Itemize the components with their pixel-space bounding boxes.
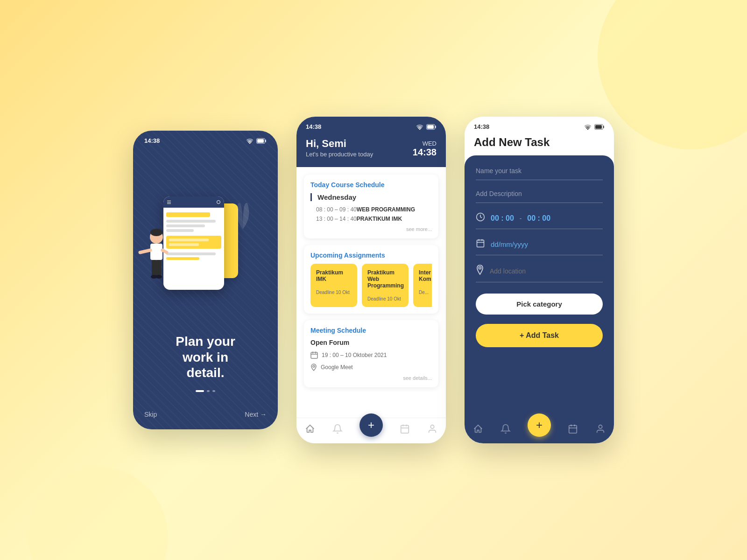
svg-rect-8 [152,260,156,277]
schedule-item-2: 13 : 00 – 14 : 40 PRAKTIKUM IMK [310,214,432,224]
svg-rect-2 [257,139,264,143]
calendar-icon-form [476,238,485,250]
schedule-day: Wednesday [310,193,432,201]
tab-home[interactable] [305,424,315,436]
wifi-icon [246,138,254,144]
wifi-icon-2 [416,124,423,130]
status-time-1: 14:38 [144,137,160,144]
phone-onboarding: 14:38 [133,131,278,429]
tab-profile[interactable] [427,424,437,436]
tab-plus-button[interactable]: + [359,413,383,437]
dashboard-header: Hi, Semi Let's be productive today WED 1… [296,134,446,167]
clock-icon [476,212,485,224]
task-name-field [476,167,603,180]
next-button[interactable]: Next → [245,411,267,418]
svg-rect-27 [595,125,602,129]
person-illustration [138,227,175,292]
date-time: 14:38 [413,147,437,158]
see-more-schedule[interactable]: see more... [310,226,432,232]
svg-rect-14 [427,125,434,129]
mock-search-icon [217,200,220,204]
date-field-row: dd/mm/yyyy [476,238,603,255]
add-task-button[interactable]: + Add Task [476,324,603,347]
phone-add-task: 14:38 Add New Task [465,117,614,443]
svg-point-19 [313,365,315,367]
tab3-plus-button[interactable]: + [528,413,551,437]
leaf-decoration [231,194,254,231]
battery-icon [256,138,267,144]
dot-1 [207,390,210,392]
location-field-row [476,265,603,282]
svg-point-12 [419,129,421,130]
time-field-row: 00 : 00 - 00 : 00 [476,212,603,229]
schedule-time-1: 08 : 00 – 09 : 40 [316,206,357,213]
svg-line-7 [162,250,167,252]
tab-calendar[interactable] [400,424,410,436]
time-content: 00 : 00 - 00 : 00 [491,214,550,223]
location-icon-form [476,265,484,277]
wifi-icon-3 [584,124,592,130]
assignment-3[interactable]: Inter Man Kom De... [413,264,432,307]
meeting-location: Google Meet [321,364,353,371]
svg-rect-34 [569,425,577,433]
calendar-icon [310,351,318,359]
mock-hamburger [167,201,171,204]
assignment-deadline-3: De... [419,290,432,295]
schedule-item-1: 08 : 00 – 09 : 40 WEB PROGRAMMING [310,205,432,214]
svg-rect-29 [477,240,484,247]
location-content [490,267,571,275]
tab3-home[interactable] [473,424,483,436]
status-time-2: 14:38 [306,123,321,130]
add-task-form: 00 : 00 - 00 : 00 dd/mm/yyyy [465,155,614,418]
assignment-1[interactable]: Praktikum IMK Deadline 10 Okt [310,264,357,307]
see-details[interactable]: see details... [310,375,432,381]
date-display: WED 14:38 [413,140,437,158]
pick-category-button[interactable]: Pick category [476,294,603,315]
time-start[interactable]: 00 : 00 [491,214,514,222]
dashboard-content: Today Course Schedule Wednesday 08 : 00 … [296,167,446,418]
course-section-title: Today Course Schedule [310,181,432,189]
tab3-bell[interactable] [500,424,511,436]
assignment-name-1: Praktikum IMK [316,269,352,282]
skip-button[interactable]: Skip [144,411,157,418]
tab3-calendar[interactable] [568,424,578,436]
assignment-deadline-2: Deadline 10 Okt [367,296,403,301]
bg-decoration-top [598,0,747,149]
greeting-area: Hi, Semi Let's be productive today [306,138,373,158]
location-input[interactable] [490,267,571,275]
meeting-time-row: 19 : 00 – 10 Oktober 2021 [310,350,432,360]
schedule-subject-2: PRAKTIKUM IMK [357,216,402,222]
status-bar-3: 14:38 [465,117,614,134]
svg-rect-20 [401,425,409,433]
meeting-card: Meeting Schedule Open Forum 19 : 00 – 10… [304,320,438,387]
dot-2 [212,390,215,392]
assignment-2[interactable]: Praktikum Web Programming Deadline 10 Ok… [362,264,409,307]
svg-point-4 [150,229,162,236]
greeting-name: Hi, Semi [306,138,373,150]
greeting-sub: Let's be productive today [306,151,373,158]
svg-point-33 [479,267,481,269]
description-field [476,189,603,203]
meeting-time: 19 : 00 – 10 Oktober 2021 [322,352,387,358]
status-icons-2 [416,124,437,130]
date-placeholder[interactable]: dd/mm/yyyy [491,240,528,248]
description-input[interactable] [476,190,603,197]
svg-point-38 [599,425,602,428]
tab3-profile[interactable] [595,424,606,436]
svg-rect-9 [156,260,161,277]
battery-icon-3 [594,124,605,130]
battery-icon-2 [426,124,437,130]
svg-point-24 [430,425,434,428]
task-name-input[interactable] [476,167,603,175]
bg-decoration-bottom [28,467,168,560]
svg-point-25 [587,129,589,130]
time-end[interactable]: 00 : 00 [527,214,550,222]
meeting-name: Open Forum [310,339,432,346]
pagination-dots [147,390,264,392]
schedule-subject-1: WEB PROGRAMMING [357,206,415,213]
svg-line-6 [140,250,150,252]
schedule-time-2: 13 : 00 – 14 : 40 [316,216,357,222]
onboarding-text-area: Plan your work in detail. [133,334,278,411]
tab-bell[interactable] [332,424,343,436]
add-task-header: Add New Task [465,134,614,155]
